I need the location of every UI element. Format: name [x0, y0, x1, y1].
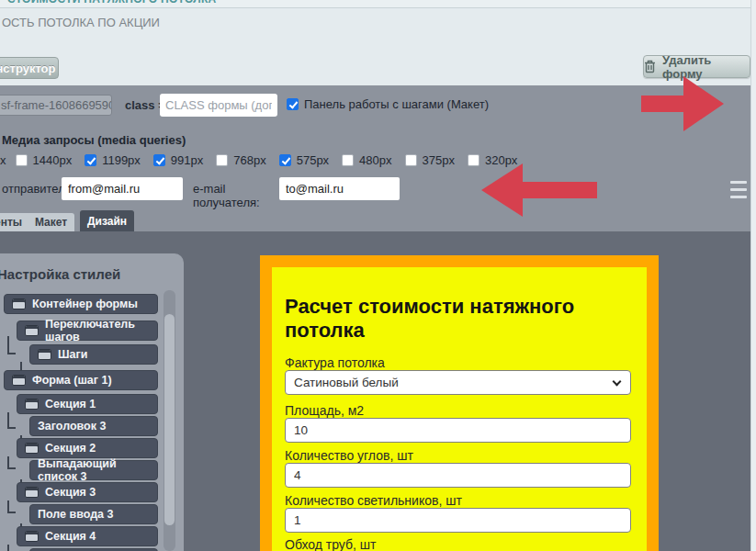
tree-connector	[7, 336, 16, 354]
annotation-arrow-right	[641, 76, 724, 131]
clipped-breakpoint-label: x	[0, 153, 6, 167]
breakpoint-480[interactable]: 480px	[342, 153, 391, 167]
breakpoint-1199[interactable]: 1199px	[85, 153, 141, 167]
top-clipped-row: СТОИМОСТИ НАТЯЖНОГО ПОТОЛКА	[0, 0, 756, 8]
chevron-down-icon	[613, 377, 622, 387]
breakpoint-768-checkbox[interactable]	[216, 154, 228, 166]
tree-item-section-1[interactable]: Секция 1	[17, 394, 158, 414]
switcher-icon	[25, 325, 39, 336]
breakpoint-575-checkbox[interactable]	[279, 154, 291, 166]
breakpoint-991[interactable]: 991px	[153, 153, 203, 167]
steps-panel-checkbox[interactable]	[287, 98, 299, 110]
breakpoint-575[interactable]: 575px	[279, 153, 329, 167]
class-input[interactable]	[160, 94, 277, 117]
breakpoint-1440[interactable]: 1440px	[16, 153, 73, 167]
annotation-arrow-left	[481, 163, 597, 217]
breakpoint-991-checkbox[interactable]	[153, 154, 165, 166]
form-preview-title: Расчет стоимости натяжного потолка	[285, 295, 634, 343]
hamburger-menu-icon[interactable]	[730, 181, 747, 198]
tree-connector	[7, 412, 16, 429]
tree-connector	[7, 500, 16, 513]
breakpoint-1199-checkbox[interactable]	[85, 154, 96, 166]
breakpoint-375[interactable]: 375px	[405, 153, 455, 167]
tree-item-dropdown-3[interactable]: Выпадающий список 3	[29, 460, 158, 480]
page-title: ОСТЬ ПОТОЛКА ПО АКЦИИ	[2, 16, 160, 29]
constructor-button-label: онструктор	[0, 62, 55, 75]
header-row: ОСТЬ ПОТОЛКА ПО АКЦИИ	[0, 9, 756, 51]
corners-label: Количество углов, шт	[285, 448, 413, 463]
breakpoint-1440-checkbox[interactable]	[16, 154, 28, 166]
pipes-label: Обход труб, шт	[285, 537, 376, 551]
media-queries-row: x 1440px 1199px 991px 768px 575px 480px …	[0, 153, 517, 167]
breakpoint-768[interactable]: 768px	[216, 153, 265, 167]
tree-connector	[7, 545, 16, 551]
constructor-button[interactable]: онструктор	[0, 57, 59, 79]
corners-input[interactable]	[285, 463, 631, 488]
email-from-input[interactable]	[62, 177, 183, 200]
form-preview-frame: Расчет стоимости натяжного потолка Факту…	[260, 255, 659, 551]
email-to-label: e-mail получателя:	[193, 182, 260, 209]
container-icon	[12, 298, 26, 309]
trash-icon	[644, 60, 656, 73]
delete-form-button[interactable]: Удалить форму	[643, 55, 750, 78]
area-input[interactable]	[285, 418, 631, 443]
sidebar-scrollbar-track[interactable]	[164, 290, 175, 551]
tab-design[interactable]: Дизайн	[80, 210, 134, 231]
breakpoint-375-checkbox[interactable]	[405, 154, 417, 166]
tree-item-section-4[interactable]: Секция 4	[17, 526, 158, 546]
styles-sidebar: Настройка стилей Контейнер формы Переклю…	[0, 253, 184, 551]
lamps-input[interactable]	[285, 508, 631, 533]
texture-select[interactable]: Сатиновый белый	[285, 370, 631, 395]
lamps-label: Количество светильников, шт	[285, 493, 462, 508]
tree-item-section-3[interactable]: Секция 3	[17, 482, 158, 502]
section-icon	[25, 443, 39, 454]
section-icon	[25, 531, 39, 542]
steps-icon	[38, 349, 51, 360]
section-icon	[25, 399, 39, 410]
tree-item-heading-3[interactable]: Заголовок 3	[29, 416, 158, 436]
breakpoint-480-checkbox[interactable]	[342, 154, 354, 166]
top-clipped-text: СТОИМОСТИ НАТЯЖНОГО ПОТОЛКА	[7, 0, 217, 6]
form-id-field: sf-frame-1608669590838	[0, 95, 112, 116]
tree-item-steps[interactable]: Шаги	[29, 344, 158, 365]
form-preview: Расчет стоимости натяжного потолка Факту…	[272, 267, 647, 551]
page-scrollbar[interactable]	[750, 0, 756, 551]
styles-sidebar-title: Настройка стилей	[0, 266, 120, 282]
tree-item-section-2[interactable]: Секция 2	[17, 438, 158, 458]
email-to-input[interactable]	[279, 177, 400, 200]
steps-panel-checkbox-row[interactable]: Панель работы с шагами (Макет)	[287, 97, 489, 111]
sidebar-scrollbar-thumb[interactable]	[164, 314, 175, 525]
tree-item-input-3a[interactable]: Поле ввода 3	[29, 504, 158, 524]
form-icon	[12, 375, 26, 386]
section-icon	[25, 487, 39, 498]
tree-item-form-step1[interactable]: Форма (шаг 1)	[4, 370, 158, 390]
tree-item-step-switcher[interactable]: Переключатель шагов	[17, 320, 158, 341]
settings-panel: sf-frame-1608669590838 class = Панель ра…	[0, 85, 750, 231]
design-content-area: Настройка стилей Контейнер формы Переклю…	[0, 231, 756, 551]
tab-layout[interactable]: Макет	[28, 213, 74, 231]
area-label: Площадь, м2	[285, 403, 364, 418]
media-queries-title: Медиа запросы (media queries)	[2, 133, 186, 147]
texture-label: Фактура потолка	[285, 355, 385, 370]
tree-item-form-container[interactable]: Контейнер формы	[4, 294, 158, 314]
steps-panel-label: Панель работы с шагами (Макет)	[304, 97, 489, 111]
tree-connector	[7, 456, 16, 469]
breakpoint-320-checkbox[interactable]	[468, 154, 480, 166]
